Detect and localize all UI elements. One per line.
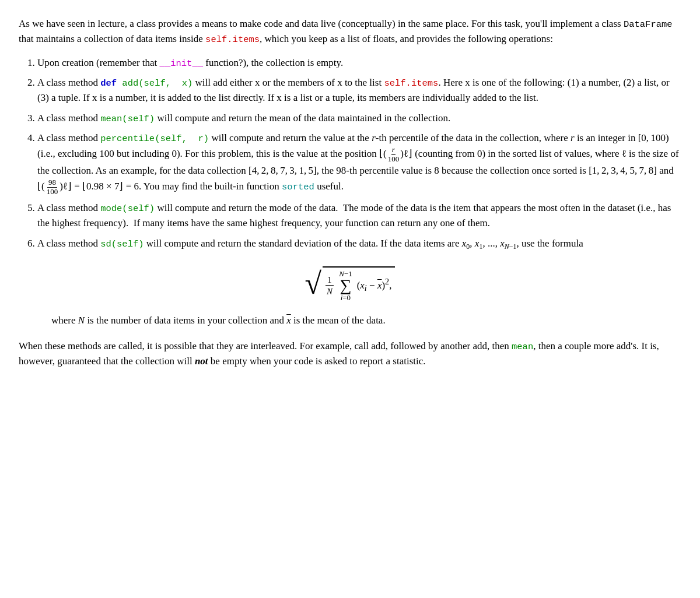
sigma-symbol: ∑ xyxy=(340,277,351,294)
sigma-block: N−1 ∑ i=0 xyxy=(339,270,352,301)
sd-method-code: sd(self) xyxy=(100,239,144,249)
formula-inner: 1 N N−1 ∑ i=0 (xi − x)2, xyxy=(325,270,391,301)
subscript-n: N−1 xyxy=(505,242,517,251)
subscript-1: 1 xyxy=(479,242,482,251)
frac-1-N: 1 N xyxy=(325,275,334,297)
frac-numerator: 1 xyxy=(326,275,334,286)
formula-block: √ 1 N N−1 ∑ i=0 (xi − x)2, xyxy=(19,266,681,301)
frac-98-100: 98100 xyxy=(46,178,60,196)
list-item-2: A class method def add(self, x) will add… xyxy=(37,75,681,106)
not-italic: not xyxy=(195,356,208,367)
operations-list: Upon creation (remember that __init__ fu… xyxy=(37,55,681,252)
xn-notation: x xyxy=(500,238,505,249)
subscript-0: 0 xyxy=(466,242,470,251)
self-items-code-2: self.items xyxy=(384,78,438,89)
sqrt-content: 1 N N−1 ∑ i=0 (xi − x)2, xyxy=(323,266,395,301)
main-content: As we have seen in lecture, a class prov… xyxy=(19,16,681,370)
add-method-code: add(self, x) xyxy=(117,78,192,89)
init-code: __init__ xyxy=(160,58,203,69)
N-italic: N xyxy=(78,315,85,326)
sorted-code: sorted xyxy=(282,182,314,192)
r-italic: r xyxy=(372,132,376,143)
formula-expression: (xi − x)2, xyxy=(357,276,392,295)
list-item-3: A class method mean(self) will compute a… xyxy=(37,111,681,126)
frac-denominator: N xyxy=(325,286,334,297)
list-item-5: A class method mode(self) will compute a… xyxy=(37,200,681,231)
self-items-code: self.items xyxy=(205,34,260,45)
list-item-1: Upon creation (remember that __init__ fu… xyxy=(37,55,681,71)
list-item-6: A class method sd(self) will compute and… xyxy=(37,236,681,252)
mode-method-code: mode(self) xyxy=(100,203,155,214)
xbar-notation: x xyxy=(286,315,291,326)
sqrt-symbol: √ xyxy=(305,269,322,299)
closing-paragraph: When these methods are called, it is pos… xyxy=(19,339,681,370)
mean-inline: mean xyxy=(512,342,533,352)
def-keyword: def xyxy=(100,78,117,89)
formula: √ 1 N N−1 ∑ i=0 (xi − x)2, xyxy=(305,266,396,301)
frac-r-100: r100 xyxy=(387,146,400,163)
list-item-4: A class method percentile(self, r) will … xyxy=(37,131,681,196)
sigma-bottom: i=0 xyxy=(341,294,351,301)
use-formula-text: use the formula xyxy=(522,238,583,249)
intro-paragraph: As we have seen in lecture, a class prov… xyxy=(19,16,681,47)
r-italic-2: r xyxy=(570,132,575,143)
where-paragraph: where N is the number of data items in y… xyxy=(51,313,681,328)
dataframe-code: DataFrame xyxy=(624,19,673,30)
percentile-method-code: percentile(self, r) xyxy=(100,133,209,144)
mean-method-code: mean(self) xyxy=(100,114,155,124)
